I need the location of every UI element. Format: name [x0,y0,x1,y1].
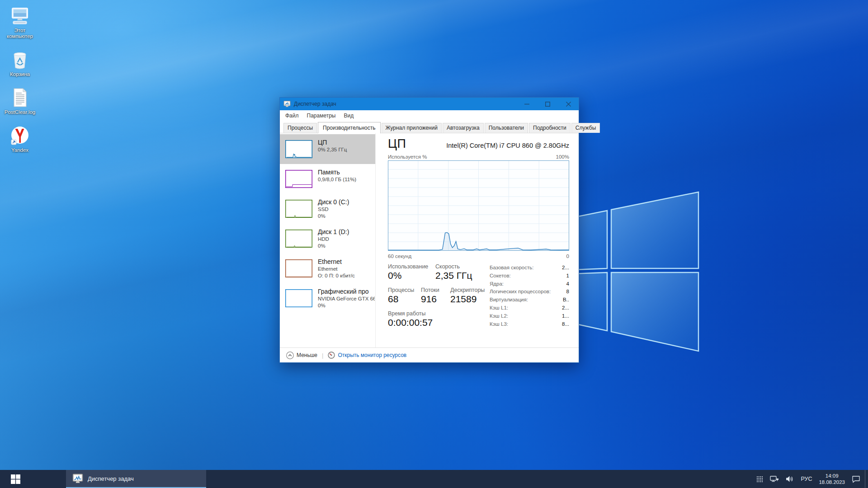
task-manager-window: Диспетчер задач Файл Параметры Вид Проце… [279,97,579,363]
tab-processes[interactable]: Процессы [283,123,317,133]
graph-x-right-label: 0 [566,253,569,259]
sidebar-item-subtitle2: 0% [318,302,375,309]
panel-title: ЦП [388,137,406,151]
clock-time: 14:09 [819,473,845,479]
graph-y-label: Используется % [388,154,427,160]
sidebar-item-title: Ethernet [318,258,375,266]
show-desktop-button[interactable] [865,470,868,488]
memory-mini-graph [285,170,312,188]
sidebar-item-memory[interactable]: Память 0,9/8,0 ГБ (11%) [280,164,375,194]
desktop-icon-this-pc[interactable]: Этот компьютер [1,5,39,39]
resource-monitor-icon [328,352,335,359]
tab-app-history[interactable]: Журнал приложений [382,123,442,133]
disk1-mini-graph [285,230,312,248]
spec-logical-processors: Логических процессоров:8 [490,288,569,296]
menu-file[interactable]: Файл [281,110,303,122]
spec-l1-cache: Кэш L1:2... [490,304,569,312]
tab-performance[interactable]: Производительность [318,122,380,133]
ethernet-mini-graph [285,259,312,277]
desktop-icon-label: Yandex [11,147,28,153]
taskbar-clock[interactable]: 14:09 18.08.2023 [819,473,845,485]
sidebar-item-subtitle: SSD [318,206,375,213]
desktop-icon-yandex[interactable]: Yandex [1,125,39,153]
spec-sockets: Сокетов:1 [490,272,569,280]
task-manager-app-icon [72,473,83,484]
open-resource-monitor-link[interactable]: Открыть монитор ресурсов [328,352,406,359]
chevron-up-circle-icon [286,352,294,359]
start-button[interactable] [0,470,31,488]
sidebar-item-subtitle: 0% 2,35 ГГц [318,146,375,153]
sidebar-item-subtitle: HDD [318,236,375,243]
tab-users[interactable]: Пользователи [485,123,528,133]
menu-options[interactable]: Параметры [303,110,340,122]
cpu-mini-graph [285,140,312,158]
tab-services[interactable]: Службы [571,123,600,133]
window-title: Диспетчер задач [294,101,516,107]
gpu-mini-graph [285,289,312,307]
spec-l3-cache: Кэш L3:8... [490,320,569,328]
maximize-button[interactable] [537,98,558,110]
performance-content: ЦП 0% 2,35 ГГц Память 0,9/8,0 ГБ (11%) [280,133,579,349]
action-center-icon[interactable] [852,475,860,483]
performance-sidebar: ЦП 0% 2,35 ГГц Память 0,9/8,0 ГБ (11%) [280,133,376,349]
window-titlebar[interactable]: Диспетчер задач [280,98,579,110]
sidebar-item-disk0[interactable]: Диск 0 (C:) SSD 0% [280,194,375,224]
cpu-stats: Использование 0% Скорость 2,35 ГГц Проце… [388,263,569,336]
task-manager-app-icon [283,100,291,108]
clock-date: 18.08.2023 [819,479,845,485]
sidebar-item-subtitle2: 0% [318,213,375,220]
sidebar-item-subtitle2: 0% [318,243,375,249]
sidebar-item-subtitle: 0,9/8,0 ГБ (11%) [318,176,375,183]
sidebar-item-disk1[interactable]: Диск 1 (D:) HDD 0% [280,224,375,253]
sidebar-item-title: ЦП [318,139,375,146]
stat-handles: Дескрипторы 21589 [450,287,485,305]
menu-view[interactable]: Вид [340,110,358,122]
system-tray: РУС 14:09 18.08.2023 [756,470,865,488]
minimize-button[interactable] [516,98,537,110]
windows-start-icon [11,474,20,484]
close-button[interactable] [558,98,579,110]
stat-uptime: Время работы 0:00:00:57 [388,310,433,328]
desktop-icon-column: Этот компьютер Корзина [0,5,40,163]
graph-y-max-label: 100% [556,154,569,160]
taskbar-app-label: Диспетчер задач [88,475,134,482]
spec-l2-cache: Кэш L2:1... [490,312,569,320]
recycle-bin-icon [9,49,30,70]
menu-bar: Файл Параметры Вид [280,110,579,122]
tray-grid-icon[interactable] [756,476,763,483]
desktop-icon-label: PostClear.log [5,109,35,115]
sidebar-item-title: Диск 0 (C:) [318,198,375,206]
sidebar-item-title: Память [318,169,375,176]
window-footer: Меньше | Открыть монитор ресурсов [280,347,579,362]
sidebar-item-subtitle: Ethernet [318,266,375,272]
taskbar-app-task-manager[interactable]: Диспетчер задач [66,470,206,488]
sidebar-item-cpu[interactable]: ЦП 0% 2,35 ГГц [280,134,375,164]
graph-x-left-label: 60 секунд [388,253,411,259]
language-indicator[interactable]: РУС [801,476,812,482]
footer-divider: | [322,352,323,359]
this-pc-icon [9,5,30,26]
log-file-icon [9,87,30,108]
tab-startup[interactable]: Автозагрузка [443,123,484,133]
network-icon[interactable] [770,475,779,483]
desktop-icon-recycle-bin[interactable]: Корзина [1,49,39,77]
disk0-mini-graph [285,200,312,218]
fewer-details-button[interactable]: Меньше [286,352,317,359]
tab-details[interactable]: Подробности [529,123,571,133]
sidebar-item-gpu[interactable]: Графический про NVIDIA GeForce GTX 660 0… [280,283,375,313]
sidebar-item-title: Графический про [318,288,375,296]
stat-threads: Потоки 916 [421,287,439,305]
cpu-usage-graph [388,160,569,251]
cpu-panel: ЦП Intel(R) Core(TM) i7 CPU 860 @ 2.80GH… [388,137,569,336]
tab-strip: Процессы Производительность Журнал прило… [280,122,579,133]
desktop-icon-postclear-log[interactable]: PostClear.log [1,87,39,115]
taskbar: Диспетчер задач [0,470,868,488]
stat-usage: Использование 0% [388,263,428,281]
stat-processes: Процессы 68 [388,287,414,305]
sidebar-item-ethernet[interactable]: Ethernet Ethernet О: 0 П: 0 кбит/с [280,253,375,283]
cpu-model-name: Intel(R) Core(TM) i7 CPU 860 @ 2.80GHz [446,142,569,149]
desktop-icon-label: Этот компьютер [1,28,39,39]
sidebar-item-subtitle: NVIDIA GeForce GTX 660 [318,296,375,302]
stat-speed: Скорость 2,35 ГГц [435,263,472,281]
volume-icon[interactable] [786,475,794,483]
